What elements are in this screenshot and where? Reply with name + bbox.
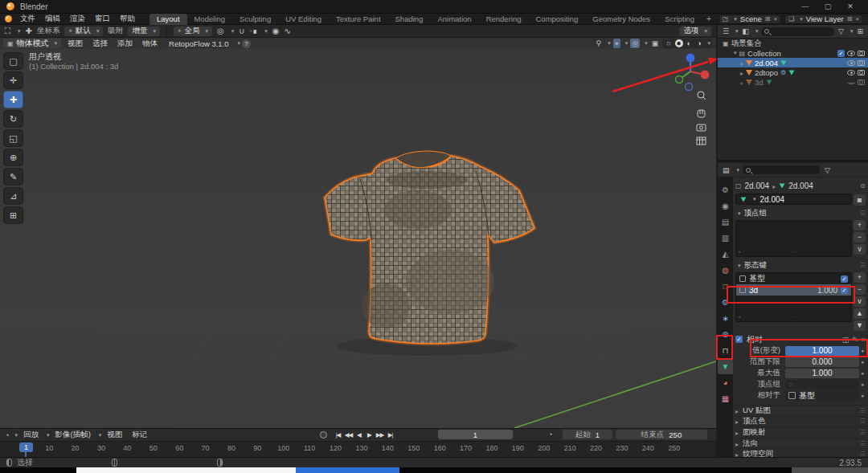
- frame-end-field[interactable]: 结束点250: [616, 430, 707, 439]
- properties-tab-world[interactable]: ◍: [718, 263, 733, 278]
- xray-toggle-icon[interactable]: ▣: [650, 39, 661, 48]
- properties-tab-view-layer[interactable]: ▥: [718, 230, 733, 246]
- properties-search-input[interactable]: [743, 165, 820, 174]
- properties-tab-particles[interactable]: ∗: [718, 311, 733, 326]
- move-shape-key-up-button[interactable]: ▲: [854, 308, 866, 319]
- menu-item[interactable]: 编辑: [40, 14, 65, 24]
- maximize-button[interactable]: ▢: [817, 2, 839, 10]
- properties-tab-scene[interactable]: ◭: [718, 247, 733, 262]
- workspace-tab[interactable]: Layout: [149, 14, 187, 25]
- view-menu[interactable]: 视图: [103, 430, 126, 440]
- collapsed-panel-header[interactable]: 顶点色 ☰: [735, 416, 866, 427]
- outliner-row-scene-collection[interactable]: ▣ 场景集合: [718, 39, 868, 48]
- viewport-menu-item[interactable]: 物体: [137, 39, 162, 49]
- workspace-tab[interactable]: Shading: [388, 14, 431, 25]
- active-tool-icon[interactable]: ⛶: [5, 27, 10, 36]
- shading-material-icon[interactable]: ◐: [686, 39, 693, 48]
- use-preview-range-icon[interactable]: ◔: [548, 430, 552, 438]
- animate-dot-icon[interactable]: ●: [859, 393, 866, 398]
- add-shape-key-button[interactable]: +: [854, 272, 866, 283]
- show-gizmo-icon[interactable]: ⌖: [613, 39, 620, 48]
- workspace-tab[interactable]: Modeling: [187, 14, 233, 25]
- properties-tab-render[interactable]: ◉: [718, 198, 733, 214]
- collapsed-panel-header[interactable]: 纹理空间 ☰: [735, 448, 866, 457]
- properties-tab-constraints[interactable]: ⊓: [718, 343, 733, 358]
- pin-icon[interactable]: ⊙: [860, 182, 866, 190]
- properties-tab-object[interactable]: □: [718, 279, 733, 294]
- properties-tab-tool[interactable]: ⚙: [718, 182, 733, 198]
- timeline-ruler[interactable]: 1 10203040506070809010011012013014015016…: [0, 441, 716, 458]
- hide-eye-icon[interactable]: [847, 60, 855, 66]
- menu-item[interactable]: 文件: [15, 14, 40, 24]
- snap-target-icon[interactable]: ·∎: [250, 27, 258, 35]
- shape-key-row-3d[interactable]: 3d 1.000: [736, 284, 851, 296]
- unlink-scene-icon[interactable]: ×: [773, 15, 777, 22]
- playback-button-jump-to-start[interactable]: |◀: [333, 430, 343, 440]
- remove-view-layer-icon[interactable]: ×: [855, 15, 859, 22]
- shape-keys-panel-header[interactable]: 形态键 ☰: [735, 260, 866, 271]
- outliner-row-collection[interactable]: ▤ Collection: [718, 48, 868, 58]
- relative-checkbox[interactable]: [735, 336, 743, 343]
- vertex-groups-panel-header[interactable]: 顶点组 ☰: [735, 208, 866, 218]
- current-frame-field[interactable]: 1: [438, 430, 513, 439]
- shading-rendered-icon[interactable]: ◑: [695, 39, 702, 48]
- workspace-tab[interactable]: Animation: [430, 14, 478, 25]
- properties-tab-texture[interactable]: ▦: [718, 391, 733, 406]
- animate-dot-icon[interactable]: ●: [859, 359, 866, 365]
- animate-dot-icon[interactable]: ●: [859, 381, 866, 387]
- expand-icon[interactable]: [740, 68, 743, 77]
- show-overlays-icon[interactable]: ◎: [630, 39, 640, 48]
- tool-button-transform[interactable]: ⊕: [3, 149, 23, 166]
- list-filter-icon[interactable]: ▪: [739, 249, 740, 255]
- shape-key-edit-mode-icon[interactable]: ◫: [842, 336, 850, 344]
- viewport-menu-item[interactable]: 添加: [113, 39, 137, 49]
- playback-button-play[interactable]: ▶: [364, 430, 375, 440]
- tool-button-scale[interactable]: ◱: [3, 129, 23, 147]
- properties-tab-output[interactable]: ▤: [718, 214, 733, 230]
- tool-button-measure[interactable]: ⊿: [3, 187, 23, 205]
- add-vertex-group-button[interactable]: +: [854, 220, 866, 230]
- tool-button-move[interactable]: ✚: [3, 91, 23, 108]
- x-axis-ball[interactable]: [701, 71, 710, 80]
- menu-item[interactable]: 渲染: [65, 14, 90, 24]
- new-scene-icon[interactable]: ⊞: [765, 15, 771, 22]
- close-button[interactable]: ✕: [839, 2, 862, 10]
- scene-selector[interactable]: ◳ Scene ⊞ ×: [719, 14, 781, 24]
- outliner-search-input[interactable]: [761, 27, 834, 36]
- tool-button-3d-cursor[interactable]: ✛: [3, 71, 23, 89]
- frame-start-field[interactable]: 起始1: [563, 430, 612, 439]
- pan-hand-icon[interactable]: [698, 110, 705, 117]
- y-axis-ball[interactable]: [676, 76, 683, 84]
- hidden-eye-icon[interactable]: [847, 80, 855, 84]
- shading-solid-icon[interactable]: ●: [675, 39, 683, 47]
- playback-button-play-reverse[interactable]: ◀: [354, 430, 364, 440]
- mesh-name-field[interactable]: 2d.004: [735, 194, 852, 205]
- properties-filter-icon[interactable]: ▽: [823, 165, 832, 175]
- minimize-button[interactable]: —: [794, 2, 817, 10]
- collapsed-panel-header[interactable]: UV 贴图 ☰: [735, 405, 866, 416]
- camera-view-icon[interactable]: [697, 124, 706, 131]
- pivot-point-icon[interactable]: ◎: [217, 27, 224, 35]
- shape-key-lock-icon[interactable]: ✎: [852, 336, 858, 344]
- workspace-tab[interactable]: Scripting: [657, 14, 702, 25]
- hide-eye-icon[interactable]: [847, 70, 855, 75]
- animate-dot-icon[interactable]: ●: [859, 370, 866, 376]
- expand-icon[interactable]: [734, 50, 737, 56]
- z-axis-ball[interactable]: [686, 54, 695, 63]
- tool-button-add-cube[interactable]: ⊞: [3, 206, 23, 224]
- workspace-tab[interactable]: Texture Paint: [329, 14, 387, 25]
- view-layer-selector[interactable]: ❏ View Layer ⊞ ×: [784, 14, 863, 24]
- marker-menu[interactable]: 标记: [128, 430, 151, 440]
- shape-key-row-basis[interactable]: 基型: [736, 273, 851, 284]
- properties-tab-physics[interactable]: ⊛: [718, 327, 733, 342]
- disable-render-icon[interactable]: [858, 80, 865, 85]
- disable-render-icon[interactable]: [858, 60, 865, 66]
- timeline-editor-type-icon[interactable]: ◔: [3, 430, 10, 440]
- clear-shape-keys-icon[interactable]: ×: [862, 336, 866, 344]
- vertex-group-specials-button[interactable]: ∨: [854, 244, 866, 255]
- perspective-toggle-icon[interactable]: [697, 137, 706, 145]
- properties-tab-modifiers[interactable]: ⚙: [718, 295, 733, 310]
- expand-icon[interactable]: [740, 78, 743, 87]
- outliner-row-3d[interactable]: 3d: [718, 77, 868, 87]
- viewport-menu-item[interactable]: 选择: [88, 39, 113, 49]
